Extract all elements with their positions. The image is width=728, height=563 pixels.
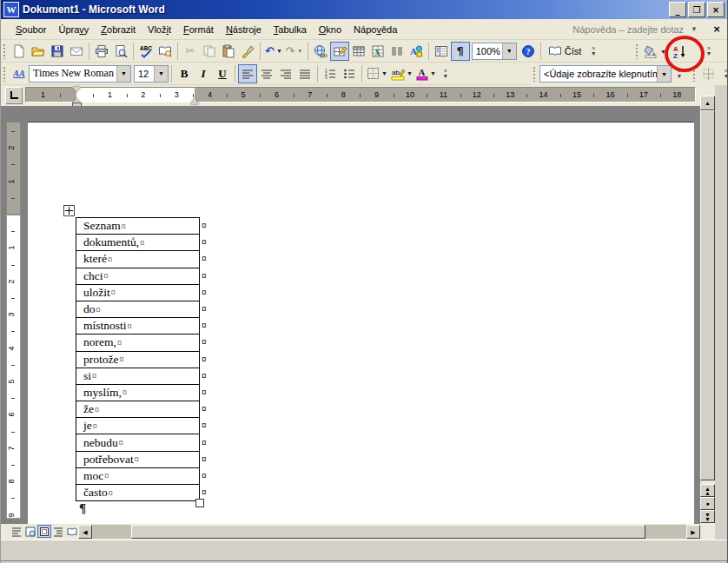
ask-a-question-box[interactable]: Nápověda – zadejte dotaz ▼ xyxy=(572,24,703,35)
font-name-combobox[interactable]: Times New Roman ▼ xyxy=(29,65,131,83)
bulleted-list-button[interactable] xyxy=(340,64,359,83)
scroll-up-button[interactable]: ▲ xyxy=(700,96,715,110)
table-row[interactable]: Seznam¤ xyxy=(76,218,199,235)
vertical-ruler[interactable]: 12123456789 xyxy=(6,106,21,521)
toolbar-grip[interactable] xyxy=(3,43,7,59)
align-center-button[interactable] xyxy=(257,64,276,83)
reading-layout-view-button[interactable] xyxy=(65,525,79,538)
table-row[interactable]: které¤ xyxy=(76,251,199,268)
menu-item-zobrazit[interactable]: Zobrazit xyxy=(95,22,142,37)
table-row[interactable]: si¤ xyxy=(76,368,199,385)
table-row[interactable]: že¤ xyxy=(76,401,199,418)
scroll-left-button[interactable]: ◀ xyxy=(78,525,92,539)
minimize-button[interactable]: _ xyxy=(669,2,686,17)
drawing-button[interactable]: A xyxy=(407,42,426,61)
toolbar-grip[interactable] xyxy=(533,66,537,82)
toolbar-options-button[interactable]: »▼ xyxy=(440,64,452,83)
menu-item-soubor[interactable]: Soubor xyxy=(10,22,52,37)
save-button[interactable] xyxy=(48,42,67,61)
font-color-button[interactable]: A▼ xyxy=(414,64,438,83)
menu-item-úpravy[interactable]: Úpravy xyxy=(52,22,95,37)
menu-item-formát[interactable]: Formát xyxy=(177,22,220,37)
menu-item-nástroje[interactable]: Nástroje xyxy=(220,22,268,37)
highlight-button[interactable]: ab▼ xyxy=(389,64,414,83)
chevron-down-icon[interactable]: ▼ xyxy=(660,49,666,55)
styles-and-formatting-button[interactable]: AA xyxy=(10,64,29,83)
toolbar-grip[interactable] xyxy=(635,43,639,59)
table-row[interactable]: norem,¤ xyxy=(76,334,199,351)
table-row[interactable]: často¤ xyxy=(76,485,199,501)
shading-color-button[interactable]: ▼ xyxy=(642,42,668,61)
outline-view-button[interactable] xyxy=(51,525,65,538)
zoom-combobox[interactable]: 100% ▼ xyxy=(472,43,517,60)
horizontal-scroll-thumb[interactable] xyxy=(131,525,645,539)
close-button[interactable]: × xyxy=(707,2,725,17)
tables-and-borders-button[interactable] xyxy=(330,42,349,61)
paste-button[interactable] xyxy=(219,42,238,61)
table-row[interactable]: moc¤ xyxy=(76,468,199,485)
horizontal-scrollbar[interactable]: ◀ ▶ xyxy=(1,525,728,540)
toolbar-options-button[interactable]: »▼ xyxy=(673,64,685,83)
underline-button[interactable]: U xyxy=(213,64,232,83)
print-button[interactable] xyxy=(92,42,111,61)
toolbar-options-button[interactable]: »▼ xyxy=(720,64,728,83)
undo-button[interactable]: ↶▼ xyxy=(263,42,284,61)
bold-button[interactable]: B xyxy=(175,64,194,83)
table-row[interactable]: uložit¤ xyxy=(76,285,199,301)
vertical-scrollbar[interactable]: ▲ ▲▲ ● ▼▼ xyxy=(700,96,715,525)
email-button[interactable] xyxy=(67,42,86,61)
document-area[interactable]: 12123456789 Seznam¤dokumentů,¤které¤chci… xyxy=(1,106,700,524)
toolbar-grip[interactable] xyxy=(692,66,697,82)
table-resize-handle[interactable] xyxy=(195,499,204,507)
data-field-combobox[interactable]: <Údaje zobrazíte klepnutím ▼ xyxy=(539,65,672,83)
columns-button[interactable] xyxy=(387,42,407,61)
toolbar-grip[interactable] xyxy=(3,66,7,82)
web-layout-view-button[interactable] xyxy=(23,525,37,538)
tab-selector-button[interactable] xyxy=(5,87,23,104)
font-size-combobox[interactable]: 12 ▼ xyxy=(134,65,169,83)
table-row[interactable]: je¤ xyxy=(76,418,199,434)
chevron-down-icon[interactable]: ▼ xyxy=(116,66,130,82)
chevron-down-icon[interactable]: ▼ xyxy=(502,43,516,59)
right-indent-marker[interactable] xyxy=(190,94,199,104)
sort-ascending-button[interactable]: AZ xyxy=(668,42,691,61)
toolbar-options-button[interactable]: »▼ xyxy=(703,42,715,61)
insert-table-button[interactable] xyxy=(349,42,368,61)
align-left-button[interactable] xyxy=(238,64,257,83)
justify-button[interactable] xyxy=(295,64,314,83)
help-button[interactable]: ? xyxy=(519,42,538,61)
spelling-button[interactable]: ABC xyxy=(136,42,156,61)
chevron-down-icon[interactable]: ▼ xyxy=(381,70,387,76)
show-hide-formatting-button[interactable]: ¶ xyxy=(451,42,470,61)
numbered-list-button[interactable]: 123 xyxy=(321,64,340,83)
italic-button[interactable]: I xyxy=(194,64,213,83)
scroll-right-button[interactable]: ▶ xyxy=(686,525,700,539)
table-row[interactable]: do¤ xyxy=(76,301,199,318)
table-move-handle[interactable] xyxy=(63,205,75,216)
select-browse-object-button[interactable]: ● xyxy=(700,497,715,510)
maximize-button[interactable]: ❐ xyxy=(688,2,705,17)
print-preview-button[interactable] xyxy=(111,42,130,61)
insert-hyperlink-button[interactable] xyxy=(311,42,330,61)
insert-excel-button[interactable]: X xyxy=(368,42,387,61)
table-row[interactable]: dokumentů,¤ xyxy=(76,235,199,251)
chevron-down-icon[interactable]: ▼ xyxy=(407,70,413,76)
menu-item-tabulka[interactable]: Tabulka xyxy=(268,22,313,37)
format-painter-button[interactable] xyxy=(238,42,257,61)
document-map-button[interactable] xyxy=(432,42,451,61)
chevron-down-icon[interactable]: ▼ xyxy=(276,48,282,54)
table-row[interactable]: místnosti¤ xyxy=(76,318,199,334)
vertical-scroll-thumb[interactable] xyxy=(700,110,715,480)
table-row[interactable]: chci¤ xyxy=(76,268,199,285)
chevron-down-icon[interactable]: ▼ xyxy=(657,66,671,82)
table-row[interactable]: protože¤ xyxy=(76,352,199,368)
next-page-button[interactable]: ▼▼ xyxy=(700,510,715,523)
read-button[interactable]: Číst xyxy=(544,42,586,61)
title-bar[interactable]: W Dokument1 - Microsoft Word _ ❐ × xyxy=(1,0,727,19)
menu-item-okno[interactable]: Okno xyxy=(313,22,347,37)
previous-page-button[interactable]: ▲▲ xyxy=(700,484,715,497)
close-document-icon[interactable]: × xyxy=(710,23,724,36)
align-right-button[interactable] xyxy=(276,64,295,83)
normal-view-button[interactable] xyxy=(10,525,23,538)
open-button[interactable] xyxy=(29,42,48,61)
